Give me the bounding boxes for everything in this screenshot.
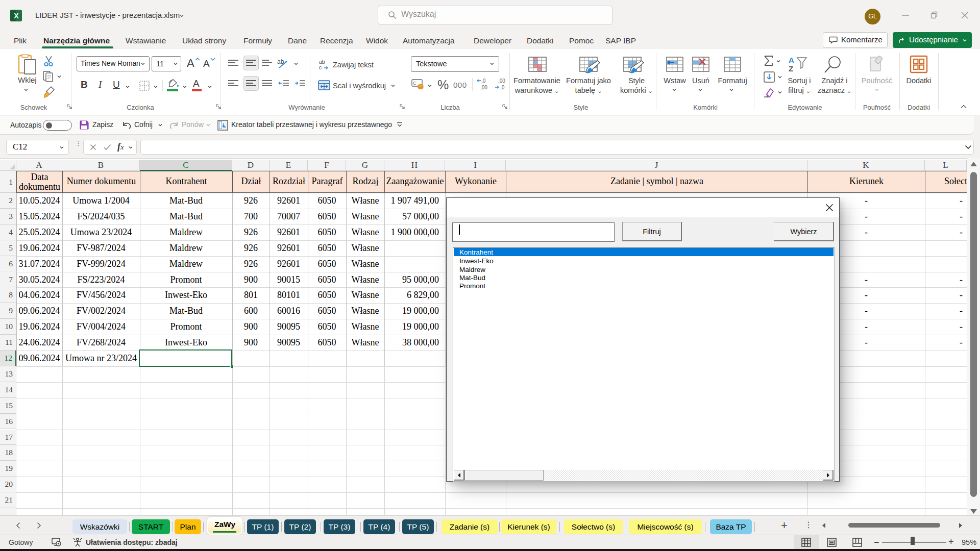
svg-text:c: c [319,64,322,70]
svg-text:Z: Z [789,64,793,73]
svg-text:,00: ,00 [480,85,487,90]
svg-text:X: X [14,12,19,20]
svg-text:A: A [789,56,794,64]
svg-text:,0: ,0 [481,78,486,84]
svg-text:C: C [413,81,416,86]
